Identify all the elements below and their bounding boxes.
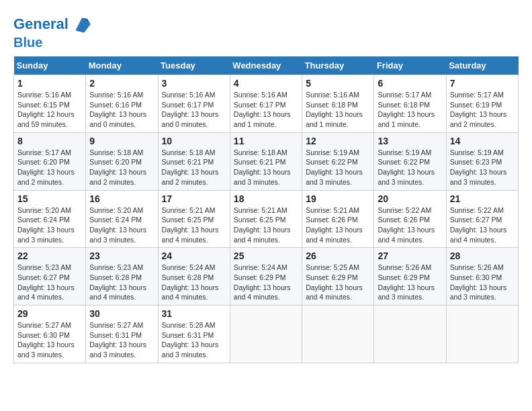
day-info: Sunrise: 5:24 AMSunset: 6:29 PMDaylight:… <box>234 263 298 302</box>
calendar-cell: 4Sunrise: 5:16 AMSunset: 6:17 PMDaylight… <box>230 75 302 133</box>
day-info: Sunrise: 5:21 AMSunset: 6:25 PMDaylight:… <box>162 205 226 245</box>
calendar-cell: 22Sunrise: 5:23 AMSunset: 6:27 PMDayligh… <box>14 248 86 306</box>
calendar-cell: 21Sunrise: 5:22 AMSunset: 6:27 PMDayligh… <box>446 190 518 248</box>
day-number: 2 <box>89 78 154 89</box>
calendar-cell: 7Sunrise: 5:17 AMSunset: 6:19 PMDaylight… <box>446 75 518 133</box>
logo-blue-text: Blue <box>13 35 93 50</box>
day-number: 25 <box>234 250 298 261</box>
calendar-cell <box>374 306 446 363</box>
calendar-cell: 28Sunrise: 5:26 AMSunset: 6:30 PMDayligh… <box>446 248 518 306</box>
calendar-cell: 8Sunrise: 5:17 AMSunset: 6:20 PMDaylight… <box>14 132 86 190</box>
day-number: 9 <box>89 136 154 146</box>
calendar-cell: 12Sunrise: 5:19 AMSunset: 6:22 PMDayligh… <box>302 132 374 190</box>
calendar-cell: 26Sunrise: 5:25 AMSunset: 6:29 PMDayligh… <box>302 248 374 306</box>
day-number: 3 <box>162 78 226 89</box>
day-info: Sunrise: 5:19 AMSunset: 6:22 PMDaylight:… <box>378 148 442 187</box>
day-number: 7 <box>450 78 515 89</box>
logo-text: General <box>13 16 69 32</box>
day-info: Sunrise: 5:20 AMSunset: 6:24 PMDaylight:… <box>17 205 82 245</box>
day-info: Sunrise: 5:22 AMSunset: 6:26 PMDaylight:… <box>378 205 442 245</box>
calendar-cell: 13Sunrise: 5:19 AMSunset: 6:22 PMDayligh… <box>374 132 446 190</box>
logo-icon <box>71 13 93 35</box>
day-info: Sunrise: 5:18 AMSunset: 6:21 PMDaylight:… <box>162 148 226 187</box>
calendar-cell: 27Sunrise: 5:26 AMSunset: 6:29 PMDayligh… <box>374 248 446 306</box>
calendar-cell: 20Sunrise: 5:22 AMSunset: 6:26 PMDayligh… <box>374 190 446 248</box>
calendar-cell: 2Sunrise: 5:16 AMSunset: 6:16 PMDaylight… <box>86 75 158 133</box>
day-number: 6 <box>378 78 442 89</box>
week-row-3: 15Sunrise: 5:20 AMSunset: 6:24 PMDayligh… <box>14 190 519 248</box>
day-number: 4 <box>234 78 298 89</box>
header-row: SundayMondayTuesdayWednesdayThursdayFrid… <box>14 56 519 75</box>
week-row-2: 8Sunrise: 5:17 AMSunset: 6:20 PMDaylight… <box>14 132 519 190</box>
calendar-cell: 1Sunrise: 5:16 AMSunset: 6:15 PMDaylight… <box>14 75 86 133</box>
header-day-friday: Friday <box>374 56 446 75</box>
day-number: 26 <box>306 250 370 261</box>
header-day-tuesday: Tuesday <box>158 56 230 75</box>
day-number: 22 <box>17 250 82 261</box>
calendar-cell <box>302 306 374 363</box>
calendar-cell: 18Sunrise: 5:21 AMSunset: 6:25 PMDayligh… <box>230 190 302 248</box>
day-info: Sunrise: 5:23 AMSunset: 6:27 PMDaylight:… <box>17 263 82 302</box>
day-info: Sunrise: 5:17 AMSunset: 6:18 PMDaylight:… <box>378 90 442 130</box>
day-number: 11 <box>234 136 298 146</box>
day-info: Sunrise: 5:25 AMSunset: 6:29 PMDaylight:… <box>306 263 370 302</box>
calendar-cell: 6Sunrise: 5:17 AMSunset: 6:18 PMDaylight… <box>374 75 446 133</box>
day-info: Sunrise: 5:26 AMSunset: 6:29 PMDaylight:… <box>378 263 442 302</box>
calendar-table: SundayMondayTuesdayWednesdayThursdayFrid… <box>13 56 519 363</box>
calendar-cell: 19Sunrise: 5:21 AMSunset: 6:26 PMDayligh… <box>302 190 374 248</box>
day-number: 14 <box>450 136 515 146</box>
day-info: Sunrise: 5:20 AMSunset: 6:24 PMDaylight:… <box>89 205 154 245</box>
calendar-cell: 23Sunrise: 5:23 AMSunset: 6:28 PMDayligh… <box>86 248 158 306</box>
header-day-wednesday: Wednesday <box>230 56 302 75</box>
week-row-1: 1Sunrise: 5:16 AMSunset: 6:15 PMDaylight… <box>14 75 519 133</box>
day-info: Sunrise: 5:16 AMSunset: 6:17 PMDaylight:… <box>234 90 298 130</box>
calendar-cell: 14Sunrise: 5:19 AMSunset: 6:23 PMDayligh… <box>446 132 518 190</box>
day-number: 1 <box>17 78 82 89</box>
day-info: Sunrise: 5:17 AMSunset: 6:19 PMDaylight:… <box>450 90 515 130</box>
calendar-cell: 5Sunrise: 5:16 AMSunset: 6:18 PMDaylight… <box>302 75 374 133</box>
week-row-4: 22Sunrise: 5:23 AMSunset: 6:27 PMDayligh… <box>14 248 519 306</box>
day-number: 5 <box>306 78 370 89</box>
day-number: 18 <box>234 193 298 204</box>
day-info: Sunrise: 5:27 AMSunset: 6:31 PMDaylight:… <box>89 320 154 360</box>
day-number: 23 <box>89 250 154 261</box>
calendar-cell: 11Sunrise: 5:18 AMSunset: 6:21 PMDayligh… <box>230 132 302 190</box>
calendar-cell: 16Sunrise: 5:20 AMSunset: 6:24 PMDayligh… <box>86 190 158 248</box>
svg-marker-0 <box>75 17 90 32</box>
calendar-cell: 25Sunrise: 5:24 AMSunset: 6:29 PMDayligh… <box>230 248 302 306</box>
day-info: Sunrise: 5:24 AMSunset: 6:28 PMDaylight:… <box>162 263 226 302</box>
day-number: 19 <box>306 193 370 204</box>
header-day-sunday: Sunday <box>14 56 86 75</box>
day-info: Sunrise: 5:18 AMSunset: 6:20 PMDaylight:… <box>89 148 154 187</box>
calendar-cell: 10Sunrise: 5:18 AMSunset: 6:21 PMDayligh… <box>158 132 230 190</box>
day-info: Sunrise: 5:19 AMSunset: 6:23 PMDaylight:… <box>450 148 515 187</box>
day-info: Sunrise: 5:27 AMSunset: 6:30 PMDaylight:… <box>17 320 82 360</box>
day-number: 30 <box>89 308 154 319</box>
day-info: Sunrise: 5:17 AMSunset: 6:20 PMDaylight:… <box>17 148 82 187</box>
day-info: Sunrise: 5:23 AMSunset: 6:28 PMDaylight:… <box>89 263 154 302</box>
day-number: 31 <box>162 308 226 319</box>
day-info: Sunrise: 5:21 AMSunset: 6:26 PMDaylight:… <box>306 205 370 245</box>
day-number: 20 <box>378 193 442 204</box>
day-number: 10 <box>162 136 226 146</box>
day-info: Sunrise: 5:16 AMSunset: 6:15 PMDaylight:… <box>17 90 82 130</box>
calendar-cell: 17Sunrise: 5:21 AMSunset: 6:25 PMDayligh… <box>158 190 230 248</box>
calendar-cell: 15Sunrise: 5:20 AMSunset: 6:24 PMDayligh… <box>14 190 86 248</box>
day-info: Sunrise: 5:18 AMSunset: 6:21 PMDaylight:… <box>234 148 298 187</box>
day-info: Sunrise: 5:16 AMSunset: 6:18 PMDaylight:… <box>306 90 370 130</box>
calendar-cell: 9Sunrise: 5:18 AMSunset: 6:20 PMDaylight… <box>86 132 158 190</box>
calendar-cell: 29Sunrise: 5:27 AMSunset: 6:30 PMDayligh… <box>14 306 86 363</box>
day-number: 27 <box>378 250 442 261</box>
day-number: 21 <box>450 193 515 204</box>
header-day-saturday: Saturday <box>446 56 518 75</box>
calendar-cell: 3Sunrise: 5:16 AMSunset: 6:17 PMDaylight… <box>158 75 230 133</box>
day-number: 12 <box>306 136 370 146</box>
day-info: Sunrise: 5:16 AMSunset: 6:17 PMDaylight:… <box>162 90 226 130</box>
week-row-5: 29Sunrise: 5:27 AMSunset: 6:30 PMDayligh… <box>14 306 519 363</box>
calendar-cell: 31Sunrise: 5:28 AMSunset: 6:31 PMDayligh… <box>158 306 230 363</box>
day-info: Sunrise: 5:21 AMSunset: 6:25 PMDaylight:… <box>234 205 298 245</box>
day-number: 17 <box>162 193 226 204</box>
logo: General Blue <box>13 13 93 50</box>
day-number: 13 <box>378 136 442 146</box>
day-number: 24 <box>162 250 226 261</box>
